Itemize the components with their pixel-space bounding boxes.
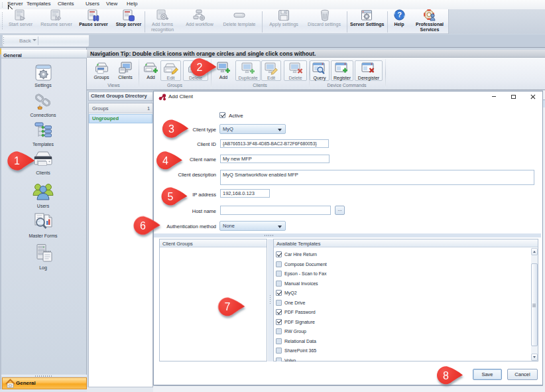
svg-text:?: ? (397, 11, 402, 19)
